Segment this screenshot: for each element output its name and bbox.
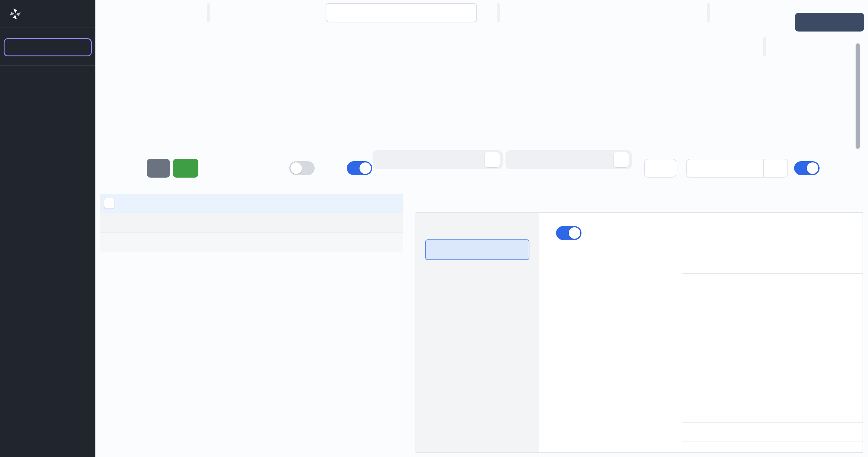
sidebar-divider bbox=[0, 65, 95, 66]
calendar-icon[interactable] bbox=[614, 152, 629, 167]
table-header bbox=[100, 213, 403, 232]
bannedat-code-editor[interactable] bbox=[682, 273, 863, 373]
schedules-toggle[interactable] bbox=[289, 161, 315, 175]
workspace-switcher[interactable] bbox=[4, 38, 92, 56]
max-datetime-input[interactable] bbox=[505, 150, 632, 169]
planned-later-toggle[interactable] bbox=[347, 161, 372, 175]
latest-version-toggle[interactable] bbox=[556, 226, 582, 240]
refresh-options-button[interactable] bbox=[764, 159, 788, 178]
date-group-header bbox=[100, 232, 403, 252]
sidebar-item-help[interactable] bbox=[4, 423, 92, 439]
status-segmented bbox=[707, 3, 710, 22]
auto-refresh-toggle[interactable] bbox=[794, 161, 819, 175]
rerun-jobs-button[interactable] bbox=[173, 159, 198, 178]
more-filters-button[interactable] bbox=[795, 13, 864, 31]
calendar-icon[interactable] bbox=[485, 152, 500, 167]
select-all-checkbox[interactable] bbox=[104, 198, 115, 208]
min-datetime-input[interactable] bbox=[373, 150, 503, 169]
cancel-selection-button[interactable] bbox=[147, 159, 170, 178]
path-filter-input[interactable] bbox=[326, 3, 477, 22]
runnable-list-item[interactable] bbox=[425, 239, 529, 260]
field-bannedat-header bbox=[556, 250, 565, 260]
select-all-bar bbox=[100, 194, 403, 213]
field-username-header bbox=[556, 400, 561, 410]
batch-rerun-panel bbox=[415, 212, 863, 453]
runs-table bbox=[100, 194, 403, 457]
refresh-runs-button[interactable] bbox=[686, 159, 764, 178]
username-code-editor[interactable] bbox=[682, 423, 863, 442]
add-trigger-button[interactable] bbox=[4, 88, 92, 107]
panel-scrollbar-thumb[interactable] bbox=[856, 43, 860, 149]
scatter-plot[interactable] bbox=[135, 45, 868, 142]
duration-chart[interactable] bbox=[95, 45, 868, 142]
kind-segmented bbox=[497, 3, 500, 22]
windmill-logo-icon bbox=[9, 8, 21, 20]
sidebar bbox=[0, 0, 95, 457]
filter-by-segmented bbox=[207, 3, 210, 22]
reset-button[interactable] bbox=[644, 159, 676, 178]
collapse-sidebar-button[interactable] bbox=[4, 440, 92, 455]
app-logo-row bbox=[0, 0, 95, 28]
